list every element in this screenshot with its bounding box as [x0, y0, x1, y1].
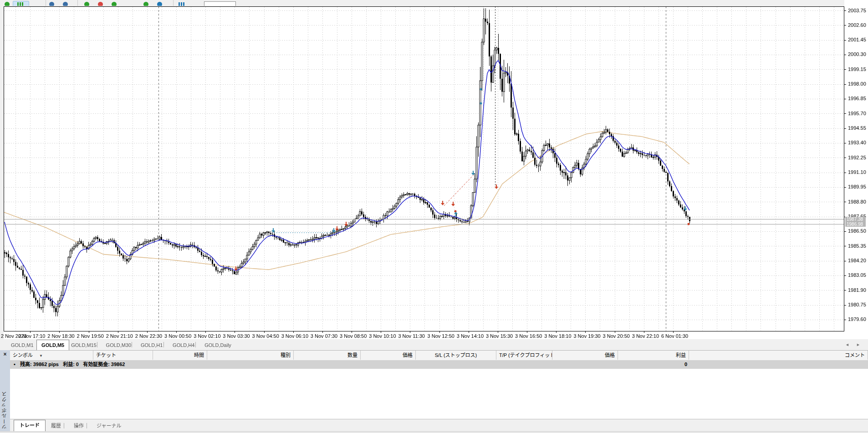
- toolbox-side-strip: × ツールボックス: [0, 350, 10, 431]
- chart-tab-gold-h1[interactable]: GOLD,H1: [136, 341, 167, 350]
- chart-tab-gold-h4[interactable]: GOLD,H4: [168, 341, 199, 350]
- tabs-scroll-right-icon[interactable]: ►: [856, 342, 860, 347]
- chart-tab-gold-m5[interactable]: GOLD,M5: [36, 340, 69, 351]
- column-header[interactable]: T/P (テイクプロフィット): [496, 351, 552, 360]
- column-header[interactable]: コメント: [689, 351, 868, 360]
- tab-separator: [64, 423, 64, 428]
- price-axis-label: 1984.20: [848, 258, 868, 263]
- price-axis-label: 1992.25: [848, 155, 868, 160]
- price-axis-label: 1979.60: [848, 317, 868, 322]
- column-header[interactable]: 価格: [361, 351, 416, 360]
- price-axis-label: 1983.05: [848, 273, 868, 278]
- price-axis-label: 1994.55: [848, 126, 868, 131]
- price-axis-label: 1995.70: [848, 111, 868, 116]
- column-header[interactable]: 価格: [552, 351, 618, 360]
- column-header[interactable]: チケット: [93, 351, 153, 360]
- tab-separator: [195, 342, 196, 347]
- price-axis-label: 2002.60: [848, 23, 868, 28]
- balance-bullet-icon: •: [14, 360, 15, 369]
- column-header[interactable]: 種別: [207, 351, 294, 360]
- column-header[interactable]: 数量: [294, 351, 361, 360]
- trade-list-empty-area: [10, 369, 868, 419]
- tab-separator: [132, 342, 132, 347]
- price-axis-label: 1986.50: [848, 229, 868, 234]
- chart-tab-gold-daily[interactable]: GOLD,Daily: [200, 341, 236, 350]
- price-axis-label: 1980.75: [848, 302, 868, 307]
- column-header[interactable]: シンボル▼: [10, 351, 93, 360]
- toolbox-vertical-title[interactable]: ツールボックス: [1, 379, 9, 429]
- time-axis-label: 6 Nov 01:30: [661, 333, 700, 339]
- price-axis-label: 1985.35: [848, 244, 868, 249]
- tab-separator: [87, 423, 87, 428]
- toolbox-tab-bar: トレード履歴操作ジャーナル: [10, 419, 868, 432]
- price-axis-label: 1993.40: [848, 140, 868, 145]
- ask-price-box: 1987.38: [845, 217, 866, 222]
- trade-table-header: シンボル▼チケット時間種別数量価格S/L (ストップロス)T/P (テイクプロフ…: [10, 350, 868, 361]
- price-axis-label: 1999.15: [848, 67, 868, 72]
- column-header[interactable]: S/L (ストップロス): [416, 351, 496, 360]
- price-axis-label: 1991.10: [848, 170, 868, 175]
- chart-tab-gold-m1[interactable]: GOLD,M1: [6, 341, 38, 350]
- price-axis-label: 1989.95: [848, 184, 868, 189]
- toolbox-tab-journal[interactable]: ジャーナル: [91, 421, 127, 431]
- column-header[interactable]: 利益: [618, 351, 689, 360]
- price-axis-label: 2000.30: [848, 52, 868, 57]
- balance-summary-text: 残高: 39862 pips 利益: 0 有効証拠金: 39862: [20, 360, 125, 369]
- bid-price-box: 1986.98: [845, 222, 866, 227]
- price-axis-label: 2001.45: [848, 37, 868, 42]
- tab-separator: [97, 342, 97, 347]
- tabs-scroll-left-icon[interactable]: ◄: [845, 342, 849, 347]
- price-axis-label: 1996.85: [848, 96, 868, 101]
- balance-row[interactable]: • 残高: 39862 pips 利益: 0 有効証拠金: 39862 0: [10, 360, 868, 369]
- column-header[interactable]: 時間: [153, 351, 207, 360]
- status-bar-edge: [0, 431, 868, 433]
- chart-tab-bar: GOLD,M1GOLD,M5GOLD,M15GOLD,M30GOLD,H1GOL…: [0, 339, 868, 350]
- chart-tab-gold-m30[interactable]: GOLD,M30: [102, 341, 136, 350]
- tab-separator: [163, 342, 164, 347]
- toolbox-close-button[interactable]: ×: [1, 351, 9, 358]
- sort-arrow-icon[interactable]: ▼: [39, 354, 43, 358]
- toolbox-tab-trade[interactable]: トレード: [14, 420, 46, 432]
- price-axis-label: 1981.90: [848, 288, 868, 293]
- price-axis-label: 1998.00: [848, 82, 868, 87]
- balance-profit-value: 0: [628, 360, 687, 369]
- chart-tab-gold-m15[interactable]: GOLD,M15: [66, 341, 101, 350]
- metatrader-window: 2003.752002.602001.452000.301999.151998.…: [0, 0, 868, 433]
- price-axis-label: 1988.80: [848, 199, 868, 204]
- price-axis-label: 2003.75: [848, 8, 868, 13]
